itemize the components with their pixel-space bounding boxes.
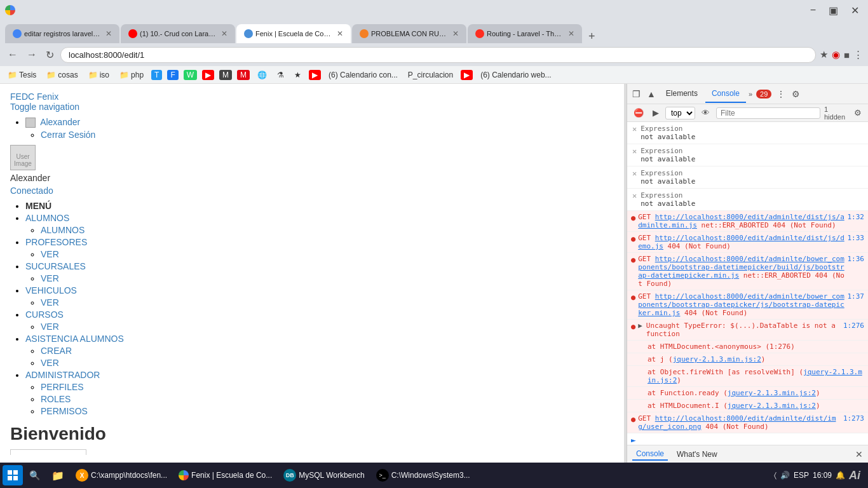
bookmark-calendario2[interactable]: (6) Calendario web... xyxy=(478,69,553,81)
bookmark-calendario1[interactable]: (6) Calendario con... xyxy=(326,69,400,81)
tab-close-2[interactable]: ✕ xyxy=(221,29,227,38)
devtools-context-select[interactable]: top xyxy=(665,107,695,119)
extension-icon[interactable]: ■ xyxy=(844,50,850,60)
log-line-2[interactable]: 1:33 xyxy=(848,234,865,242)
nav-sucursales-ver-link[interactable]: VER xyxy=(41,273,59,283)
nav-vehiculos-ver-link[interactable]: VER xyxy=(41,297,59,308)
minimize-button[interactable]: − xyxy=(806,3,820,17)
log-detail-link-5-4[interactable]: jquery-2.1.3.min.js:2 xyxy=(728,389,816,397)
taskbar-network-icon[interactable]: 〈 xyxy=(774,471,776,480)
devtools-device-button[interactable]: ▲ xyxy=(644,88,658,100)
devtools-clear-button[interactable]: ⛔ xyxy=(631,107,646,118)
devtools-tab-console[interactable]: Console xyxy=(705,85,746,103)
log-line-6[interactable]: 1:273 xyxy=(843,414,864,423)
devtools-tab-elements[interactable]: Elements xyxy=(660,85,704,103)
menu-icon[interactable]: ⋮ xyxy=(853,49,863,60)
log-detail-link-5-5[interactable]: jquery-2.1.3.min.js:2 xyxy=(728,402,816,410)
nav-username-link[interactable]: Alexander xyxy=(40,117,80,127)
expression-close-4[interactable]: ✕ xyxy=(632,191,637,200)
bookmark-yt4[interactable]: ▶ xyxy=(461,70,473,80)
log-detail-link-5-3[interactable]: jquery-2.1.3.min.js:2 xyxy=(648,368,862,384)
expression-close-3[interactable]: ✕ xyxy=(632,169,637,178)
toggle-nav-link[interactable]: Toggle navigation xyxy=(10,102,614,112)
taskbar-file-explorer[interactable]: 📁 xyxy=(46,467,69,484)
tab-close-4[interactable]: ✕ xyxy=(452,29,459,38)
nav-asistencia-crear-link[interactable]: CREAR xyxy=(41,346,72,356)
devtools-eye-button[interactable]: 👁 xyxy=(699,107,712,118)
nav-alumnos-sub-link[interactable]: ALUMNOS xyxy=(41,225,85,235)
devtools-inspect-button[interactable]: ❐ xyxy=(630,88,643,100)
taskbar-mysql[interactable]: DB MySQL Workbench xyxy=(278,466,369,484)
brand-link[interactable]: FEDC Fenix xyxy=(10,92,614,102)
bookmark-yt3[interactable]: ▶ xyxy=(309,70,321,80)
log-link-2[interactable]: http://localhost:8000/edit/adminlte/dist… xyxy=(638,234,844,250)
devtools-settings-button[interactable]: ⚙ xyxy=(789,88,803,100)
triangle-icon-5[interactable]: ▶ xyxy=(638,322,642,330)
nav-sucursales-link[interactable]: SUCURSALES xyxy=(25,261,86,271)
taskbar-xampp[interactable]: X C:\xampp\htdocs\fen... xyxy=(71,466,172,484)
page-scroll[interactable]: FEDC Fenix Toggle navigation Alexander C… xyxy=(10,92,614,455)
tab-5[interactable]: Routing - Laravel - The PHP Fr... ✕ xyxy=(468,24,582,43)
bookmark-m[interactable]: M xyxy=(219,70,232,80)
footer-tab-whats-new[interactable]: What's New xyxy=(673,449,721,460)
star-icon[interactable]: ★ xyxy=(820,49,828,60)
expression-close-1[interactable]: ✕ xyxy=(632,125,637,133)
forward-button[interactable]: → xyxy=(24,48,39,62)
address-input[interactable] xyxy=(60,47,816,63)
tab-close-3[interactable]: ✕ xyxy=(337,29,343,38)
new-tab-button[interactable]: + xyxy=(583,30,600,43)
bookmark-f[interactable]: F xyxy=(167,70,178,80)
log-link-1[interactable]: http://localhost:8000/edit/adminlte/dist… xyxy=(638,213,844,229)
log-detail-link-5-2[interactable]: jquery-2.1.3.min.js:2 xyxy=(673,355,761,363)
nav-perfiles-link[interactable]: PERFILES xyxy=(41,382,84,392)
nav-alumnos-link[interactable]: ALUMNOS xyxy=(25,213,69,223)
taskbar-search[interactable]: 🔍 xyxy=(24,468,45,483)
maximize-button[interactable]: ▣ xyxy=(825,3,842,18)
taskbar-start-button[interactable] xyxy=(3,465,23,485)
devtools-body[interactable]: ✕Expression not available ✕Expression no… xyxy=(627,122,868,445)
bookmark-flask[interactable]: ⚗ xyxy=(275,69,287,81)
bookmark-php[interactable]: 📁 php xyxy=(117,69,146,81)
nav-asistencia-ver-link[interactable]: VER xyxy=(41,358,59,368)
taskbar-cmd[interactable]: >_ C:\Windows\System3... xyxy=(371,466,475,484)
bookmark-tesis[interactable]: 📁 Tesis xyxy=(5,69,39,81)
nav-profesores-ver-link[interactable]: VER xyxy=(41,249,59,259)
devtools-pause-button[interactable]: ▶ xyxy=(650,107,661,118)
nav-administrador-link[interactable]: ADMINISTRADOR xyxy=(25,370,100,380)
cerrar-sesion-link[interactable]: Cerrar Sesión xyxy=(41,130,95,140)
bookmark-cosas[interactable]: 📁 cosas xyxy=(44,69,80,81)
close-button[interactable]: ✕ xyxy=(847,3,863,18)
devtools-filter-input[interactable] xyxy=(716,107,820,119)
taskbar-sound-icon[interactable]: 🔊 xyxy=(780,471,790,480)
tab-1[interactable]: editar registros laravel - Busca... ✕ xyxy=(5,24,119,43)
expression-close-2[interactable]: ✕ xyxy=(632,147,637,156)
log-link-3[interactable]: http://localhost:8000/edit/adminlte/bowe… xyxy=(638,255,844,280)
bookmark-n[interactable]: M xyxy=(237,70,250,80)
log-line-3[interactable]: 1:36 xyxy=(848,255,865,263)
devtools-more-tabs[interactable]: » xyxy=(749,90,752,98)
nav-cursos-link[interactable]: CURSOS xyxy=(25,309,64,320)
taskbar-notification-icon[interactable]: 🔔 xyxy=(836,471,845,480)
bookmark-w[interactable]: W xyxy=(184,70,197,80)
nav-asistencia-link[interactable]: ASISTENCIA ALUMNOS xyxy=(25,334,124,344)
devtools-settings-menu[interactable]: ⋮ xyxy=(774,88,788,100)
log-link-6[interactable]: http://localhost:8000/edit/adminlte/dist… xyxy=(638,414,836,431)
devtools-gear-button[interactable]: ⚙ xyxy=(851,107,864,118)
footer-tab-console[interactable]: Console xyxy=(632,448,668,461)
tab-close-5[interactable]: ✕ xyxy=(568,29,574,38)
connected-link[interactable]: Conectado xyxy=(10,186,53,196)
nav-roles-link[interactable]: ROLES xyxy=(41,394,71,404)
log-line-4[interactable]: 1:37 xyxy=(848,292,865,301)
log-line-5[interactable]: 1:276 xyxy=(843,322,864,330)
tab-2[interactable]: (1) 10.- Crud con Laravel - Cre... ✕ xyxy=(121,24,235,43)
taskbar-chrome[interactable]: Fenix | Escuela de Co... xyxy=(173,468,277,483)
bookmark-t[interactable]: T xyxy=(151,70,162,80)
refresh-button[interactable]: ↻ xyxy=(43,48,57,62)
log-link-4[interactable]: http://localhost:8000/edit/adminlte/bowe… xyxy=(638,292,844,317)
nav-permisos-link[interactable]: PERMISOS xyxy=(41,406,88,416)
nombre-input[interactable] xyxy=(10,449,86,455)
bookmark-globe[interactable]: 🌐 xyxy=(255,69,269,81)
bookmark-pcirculacion[interactable]: P_circulacion xyxy=(405,69,456,81)
bookmark-yt2[interactable]: ▶ xyxy=(202,70,214,80)
tab-4[interactable]: PROBLEMA CON RUTA - Stack... ✕ xyxy=(352,24,466,43)
